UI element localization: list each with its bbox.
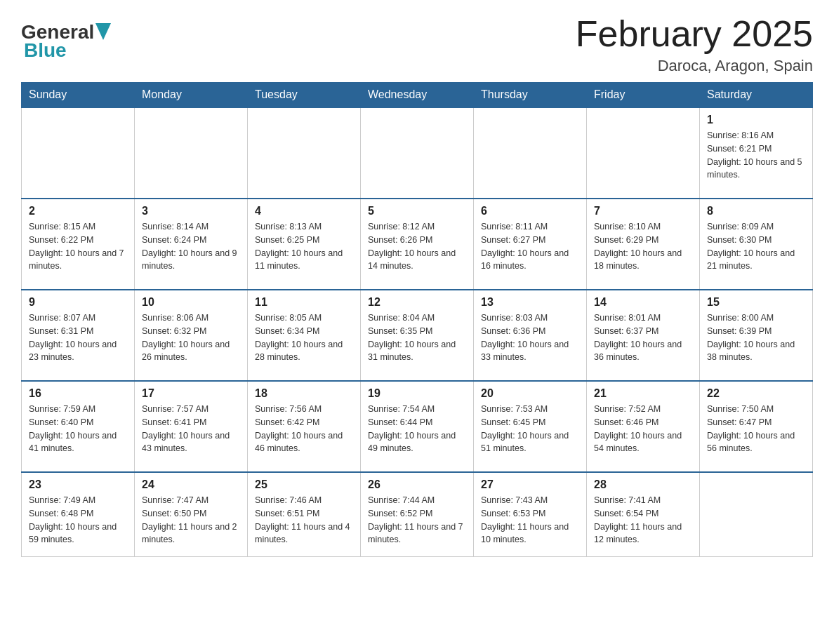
day-info: Sunrise: 7:57 AMSunset: 6:41 PMDaylight:… [142,403,240,455]
day-number: 23 [29,478,127,491]
calendar-cell: 19Sunrise: 7:54 AMSunset: 6:44 PMDayligh… [361,381,474,472]
day-number: 7 [594,205,692,217]
day-info: Sunrise: 8:16 AMSunset: 6:21 PMDaylight:… [707,129,805,182]
calendar-table: Sunday Monday Tuesday Wednesday Thursday… [21,82,813,557]
calendar-cell: 15Sunrise: 8:00 AMSunset: 6:39 PMDayligh… [700,290,813,381]
day-info: Sunrise: 7:47 AMSunset: 6:50 PMDaylight:… [142,494,240,546]
day-number: 26 [368,478,466,491]
calendar-cell: 10Sunrise: 8:06 AMSunset: 6:32 PMDayligh… [135,290,248,381]
day-info: Sunrise: 7:54 AMSunset: 6:44 PMDaylight:… [368,403,466,455]
day-number: 4 [255,205,353,217]
day-info: Sunrise: 7:53 AMSunset: 6:45 PMDaylight:… [481,403,579,455]
weekday-header-row: Sunday Monday Tuesday Wednesday Thursday… [22,83,813,108]
day-number: 28 [594,478,692,491]
calendar-cell: 6Sunrise: 8:11 AMSunset: 6:27 PMDaylight… [474,199,587,290]
day-number: 6 [481,205,579,217]
day-number: 10 [142,296,240,309]
day-info: Sunrise: 7:59 AMSunset: 6:40 PMDaylight:… [29,403,127,455]
day-number: 9 [29,296,127,309]
day-info: Sunrise: 8:07 AMSunset: 6:31 PMDaylight:… [29,311,127,364]
day-number: 20 [481,387,579,400]
logo-triangle-icon [95,23,111,40]
day-info: Sunrise: 7:50 AMSunset: 6:47 PMDaylight:… [707,403,805,455]
calendar-cell [587,107,700,199]
day-info: Sunrise: 7:44 AMSunset: 6:52 PMDaylight:… [368,494,466,546]
week-row-2: 2Sunrise: 8:15 AMSunset: 6:22 PMDaylight… [22,199,813,290]
day-number: 15 [707,296,805,309]
day-info: Sunrise: 7:41 AMSunset: 6:54 PMDaylight:… [594,494,692,546]
header-sunday: Sunday [22,83,135,108]
calendar-cell: 4Sunrise: 8:13 AMSunset: 6:25 PMDaylight… [248,199,361,290]
calendar-cell [248,107,361,199]
day-number: 12 [368,296,466,309]
day-info: Sunrise: 8:15 AMSunset: 6:22 PMDaylight:… [29,220,127,273]
day-info: Sunrise: 8:06 AMSunset: 6:32 PMDaylight:… [142,311,240,364]
week-row-3: 9Sunrise: 8:07 AMSunset: 6:31 PMDaylight… [22,290,813,381]
calendar-cell [22,107,135,199]
day-info: Sunrise: 7:56 AMSunset: 6:42 PMDaylight:… [255,403,353,455]
day-info: Sunrise: 8:01 AMSunset: 6:37 PMDaylight:… [594,311,692,364]
day-info: Sunrise: 8:03 AMSunset: 6:36 PMDaylight:… [481,311,579,364]
week-row-4: 16Sunrise: 7:59 AMSunset: 6:40 PMDayligh… [22,381,813,472]
day-info: Sunrise: 7:49 AMSunset: 6:48 PMDaylight:… [29,494,127,546]
day-number: 5 [368,205,466,217]
day-number: 8 [707,205,805,217]
calendar-cell [361,107,474,199]
day-number: 22 [707,387,805,400]
day-info: Sunrise: 8:10 AMSunset: 6:29 PMDaylight:… [594,220,692,273]
day-number: 13 [481,296,579,309]
day-info: Sunrise: 7:52 AMSunset: 6:46 PMDaylight:… [594,403,692,455]
calendar-cell: 27Sunrise: 7:43 AMSunset: 6:53 PMDayligh… [474,472,587,556]
week-row-1: 1Sunrise: 8:16 AMSunset: 6:21 PMDaylight… [22,107,813,199]
day-info: Sunrise: 8:00 AMSunset: 6:39 PMDaylight:… [707,311,805,364]
day-number: 17 [142,387,240,400]
calendar-cell: 23Sunrise: 7:49 AMSunset: 6:48 PMDayligh… [22,472,135,556]
day-info: Sunrise: 8:13 AMSunset: 6:25 PMDaylight:… [255,220,353,273]
calendar-cell: 22Sunrise: 7:50 AMSunset: 6:47 PMDayligh… [700,381,813,472]
header-friday: Friday [587,83,700,108]
day-info: Sunrise: 8:04 AMSunset: 6:35 PMDaylight:… [368,311,466,364]
calendar-cell: 3Sunrise: 8:14 AMSunset: 6:24 PMDaylight… [135,199,248,290]
calendar-cell: 20Sunrise: 7:53 AMSunset: 6:45 PMDayligh… [474,381,587,472]
week-row-5: 23Sunrise: 7:49 AMSunset: 6:48 PMDayligh… [22,472,813,556]
day-number: 11 [255,296,353,309]
calendar-cell: 24Sunrise: 7:47 AMSunset: 6:50 PMDayligh… [135,472,248,556]
day-info: Sunrise: 8:09 AMSunset: 6:30 PMDaylight:… [707,220,805,273]
day-info: Sunrise: 8:12 AMSunset: 6:26 PMDaylight:… [368,220,466,273]
header-monday: Monday [135,83,248,108]
header-thursday: Thursday [474,83,587,108]
calendar-cell: 5Sunrise: 8:12 AMSunset: 6:26 PMDaylight… [361,199,474,290]
calendar-cell: 1Sunrise: 8:16 AMSunset: 6:21 PMDaylight… [700,107,813,199]
header-saturday: Saturday [700,83,813,108]
calendar-cell: 2Sunrise: 8:15 AMSunset: 6:22 PMDaylight… [22,199,135,290]
calendar-cell: 7Sunrise: 8:10 AMSunset: 6:29 PMDaylight… [587,199,700,290]
calendar-cell: 25Sunrise: 7:46 AMSunset: 6:51 PMDayligh… [248,472,361,556]
page-header: General Blue February 2025 Daroca, Arago… [21,14,813,75]
calendar-cell [474,107,587,199]
calendar-cell: 9Sunrise: 8:07 AMSunset: 6:31 PMDaylight… [22,290,135,381]
calendar-cell: 21Sunrise: 7:52 AMSunset: 6:46 PMDayligh… [587,381,700,472]
calendar-cell: 14Sunrise: 8:01 AMSunset: 6:37 PMDayligh… [587,290,700,381]
day-number: 27 [481,478,579,491]
day-info: Sunrise: 8:14 AMSunset: 6:24 PMDaylight:… [142,220,240,273]
svg-marker-0 [95,23,111,40]
location-subtitle: Daroca, Aragon, Spain [576,57,813,75]
month-title: February 2025 [576,14,813,54]
day-info: Sunrise: 7:46 AMSunset: 6:51 PMDaylight:… [255,494,353,546]
day-info: Sunrise: 8:05 AMSunset: 6:34 PMDaylight:… [255,311,353,364]
calendar-cell: 17Sunrise: 7:57 AMSunset: 6:41 PMDayligh… [135,381,248,472]
calendar-cell [700,472,813,556]
calendar-cell: 18Sunrise: 7:56 AMSunset: 6:42 PMDayligh… [248,381,361,472]
calendar-cell: 16Sunrise: 7:59 AMSunset: 6:40 PMDayligh… [22,381,135,472]
logo-blue-text: Blue [24,39,67,62]
day-number: 18 [255,387,353,400]
header-wednesday: Wednesday [361,83,474,108]
day-info: Sunrise: 7:43 AMSunset: 6:53 PMDaylight:… [481,494,579,546]
calendar-cell: 12Sunrise: 8:04 AMSunset: 6:35 PMDayligh… [361,290,474,381]
calendar-cell: 11Sunrise: 8:05 AMSunset: 6:34 PMDayligh… [248,290,361,381]
calendar-cell [135,107,248,199]
header-tuesday: Tuesday [248,83,361,108]
title-section: February 2025 Daroca, Aragon, Spain [576,14,813,75]
day-number: 3 [142,205,240,217]
day-number: 24 [142,478,240,491]
